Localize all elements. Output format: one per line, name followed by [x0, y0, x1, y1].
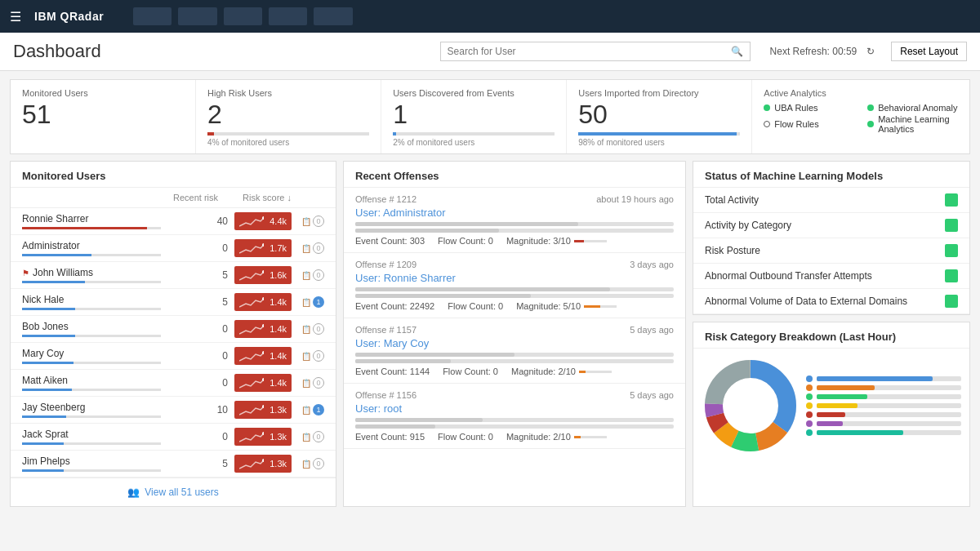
offense-user[interactable]: User: Administrator — [355, 207, 674, 219]
user-risk-bar-bg — [22, 254, 161, 256]
user-name-area: Matt Aiken — [22, 375, 161, 391]
offense-item[interactable]: Offense # 1156 5 days ago User: root Eve… — [344, 384, 685, 449]
uba-rules-dot — [764, 104, 770, 111]
legend-bar-bg — [817, 394, 961, 399]
risk-score-value: 4.4k — [270, 216, 287, 226]
chart-legend — [806, 357, 961, 455]
badge-count: 1 — [313, 404, 324, 415]
legend-bar-bg — [817, 421, 961, 426]
legend-dot — [806, 420, 813, 427]
offense-header: Offense # 1212 about 19 hours ago — [355, 194, 674, 204]
recent-offenses-panel: Recent Offenses Offense # 1212 about 19 … — [343, 161, 686, 507]
magnitude-info: Magnitude: 3/10 — [506, 236, 607, 246]
donut-svg — [702, 357, 800, 455]
nav-tab-5[interactable] — [314, 7, 352, 25]
legend-bar-bg — [817, 376, 961, 381]
offense-user[interactable]: User: root — [355, 402, 674, 415]
flow-count: Flow Count: 0 — [443, 367, 498, 376]
user-row[interactable]: Nick Hale 5 1.4k 📋 1 — [11, 289, 336, 316]
users-icon: 👥 — [127, 487, 140, 498]
user-name-area: Jay Steenberg — [22, 402, 161, 418]
offense-stats: Event Count: 915 Flow Count: 0 Magnitude… — [355, 432, 674, 442]
user-row[interactable]: ⚑ John Williams 5 1.6k 📋 0 — [11, 262, 336, 289]
ml-analytics-dot — [867, 121, 874, 127]
offense-bar-row-2 — [355, 229, 674, 233]
nav-tab-3[interactable] — [224, 7, 262, 25]
analytics-label-2: Flow Rules — [774, 119, 818, 129]
right-column: Status of Machine Learning Models Total … — [693, 161, 970, 507]
risk-score-chip: 1.4k — [234, 347, 292, 365]
badge-count: 0 — [313, 216, 324, 227]
stat-monitored-users: Monitored Users 51 — [11, 80, 196, 153]
flow-count: Flow Count: 0 — [438, 432, 493, 442]
user-risk-bar — [22, 281, 85, 283]
refresh-icon[interactable]: ↻ — [866, 46, 875, 57]
mini-chart — [239, 376, 264, 389]
user-name-area: ⚑ John Williams — [22, 267, 161, 283]
risk-score-chip: 1.4k — [234, 293, 292, 311]
analytics-block: Active Analytics UBA Rules Behavioral An… — [752, 80, 969, 153]
offense-id: Offense # 1157 — [355, 325, 416, 335]
col-recent-risk-header: Recent risk — [145, 193, 218, 202]
search-input[interactable] — [448, 46, 731, 57]
offense-bars — [355, 222, 674, 233]
offense-user[interactable]: User: Mary Coy — [355, 337, 674, 349]
top-nav: ☰ IBM QRadar — [0, 0, 980, 33]
user-row[interactable]: Jim Phelps 5 1.3k 📋 0 — [11, 451, 336, 478]
risk-score-chip: 4.4k — [234, 212, 292, 230]
legend-item — [806, 402, 961, 409]
ml-models-panel: Status of Machine Learning Models Total … — [693, 161, 970, 315]
user-row[interactable]: Matt Aiken 0 1.4k 📋 0 — [11, 370, 336, 397]
calendar-icon: 📋 — [301, 244, 311, 253]
user-table-header: Recent risk Risk score ↓ — [11, 188, 336, 208]
offense-item[interactable]: Offense # 1212 about 19 hours ago User: … — [344, 188, 685, 253]
nav-tab-1[interactable] — [133, 7, 172, 25]
legend-dot — [806, 411, 813, 418]
user-risk-bar — [22, 362, 74, 364]
user-row[interactable]: Bob Jones 0 1.4k 📋 0 — [11, 316, 336, 343]
user-badge: 📋 0 — [292, 216, 324, 227]
offense-bar-row-2 — [355, 359, 674, 363]
legend-dot — [806, 402, 813, 409]
svg-point-18 — [726, 381, 775, 430]
user-risk-bar-bg — [22, 362, 161, 364]
magnitude-info: Magnitude: 2/10 — [511, 367, 612, 376]
legend-item — [806, 393, 961, 400]
offense-stats: Event Count: 303 Flow Count: 0 Magnitude… — [355, 236, 674, 246]
user-row[interactable]: Mary Coy 0 1.4k 📋 0 — [11, 343, 336, 370]
offense-time: 5 days ago — [630, 325, 674, 335]
search-bar[interactable]: 🔍 — [440, 42, 751, 61]
user-row[interactable]: Jay Steenberg 10 1.3k 📋 1 — [11, 397, 336, 424]
ml-model-row: Risk Posture — [693, 238, 969, 264]
ml-model-row: Abnormal Volume of Data to External Doma… — [693, 289, 969, 314]
user-row[interactable]: Ronnie Sharrer 40 4.4k 📋 0 — [11, 208, 336, 235]
offense-item[interactable]: Offense # 1209 3 days ago User: Ronnie S… — [344, 253, 685, 318]
user-row[interactable]: Administrator 0 1.7k 📋 0 — [11, 235, 336, 262]
offense-bars — [355, 287, 674, 298]
legend-bar-fill — [817, 394, 867, 399]
main-content: Monitored Users 51 High Risk Users 2 4% … — [0, 71, 980, 515]
user-name-area: Bob Jones — [22, 321, 161, 337]
user-risk-value: 0 — [161, 377, 234, 389]
user-risk-bar — [22, 335, 75, 337]
view-all-users[interactable]: 👥 View all 51 users — [11, 478, 336, 506]
user-risk-bar-bg — [22, 335, 161, 337]
mini-chart — [239, 269, 264, 282]
reset-layout-button[interactable]: Reset Layout — [891, 42, 967, 61]
risk-score-chip: 1.4k — [234, 374, 292, 392]
nav-tab-2[interactable] — [178, 7, 216, 25]
user-risk-bar — [22, 469, 64, 472]
user-name: Matt Aiken — [22, 375, 161, 386]
nav-tab-4[interactable] — [269, 7, 307, 25]
offense-item[interactable]: Offense # 1157 5 days ago User: Mary Coy… — [344, 318, 685, 384]
user-row[interactable]: Jack Sprat 0 1.3k 📋 0 — [11, 424, 336, 451]
event-count: Event Count: 22492 — [355, 301, 434, 311]
stat-bar-3 — [578, 132, 737, 136]
analytics-label-1: Behavioral Anomaly — [878, 103, 957, 113]
hamburger-icon[interactable]: ☰ — [10, 9, 21, 24]
offense-user[interactable]: User: Ronnie Sharrer — [355, 272, 674, 284]
stat-bar-2 — [393, 132, 396, 136]
user-badge: 📋 0 — [292, 323, 324, 335]
user-name-area: Mary Coy — [22, 348, 161, 364]
offense-bar-row-1 — [355, 418, 674, 422]
